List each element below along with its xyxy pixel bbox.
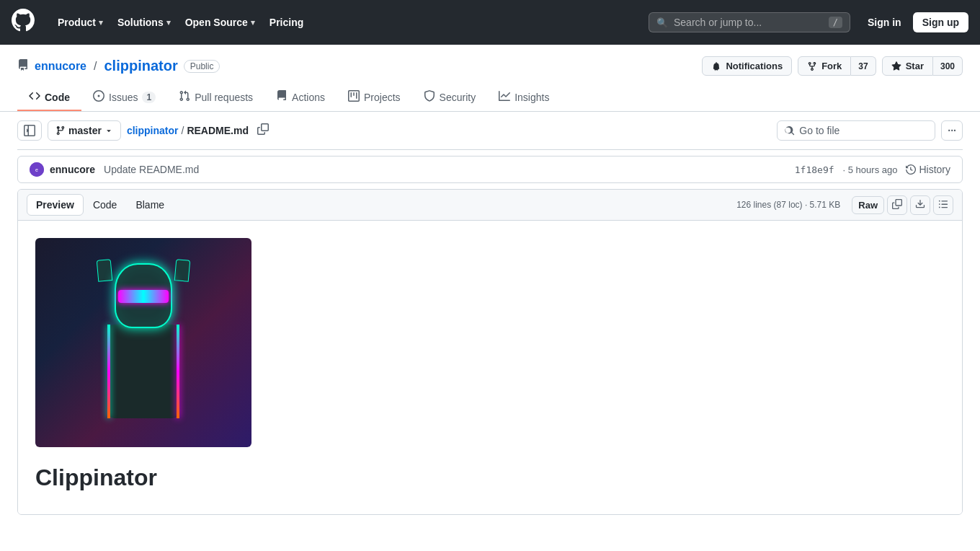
figure-ear-right: [174, 259, 191, 282]
breadcrumb-repo-link[interactable]: clippinator: [127, 125, 179, 136]
sign-up-button[interactable]: Sign up: [913, 12, 968, 32]
commit-message: Update README.md: [104, 164, 199, 175]
commit-hash[interactable]: 1f18e9f: [795, 164, 834, 175]
star-icon: [891, 61, 901, 71]
file-action-buttons: Raw: [852, 195, 953, 215]
fork-group: Fork 37: [798, 56, 876, 76]
commit-time: · 5 hours ago: [843, 164, 898, 175]
commit-row: e ennucore Update README.md 1f18e9f · 5 …: [17, 156, 963, 183]
github-logo[interactable]: [12, 9, 35, 36]
file-meta: 126 lines (87 loc) · 5.71 KB: [736, 200, 840, 210]
file-viewer-header: Preview Code Blame 126 lines (87 loc) · …: [18, 190, 962, 221]
download-button[interactable]: [910, 195, 930, 215]
tab-security[interactable]: Security: [412, 84, 488, 111]
figure-ear-left: [97, 259, 113, 282]
tab-projects[interactable]: Projects: [337, 84, 412, 111]
actions-icon: [276, 90, 288, 104]
star-label: Star: [906, 61, 924, 71]
repo-name-link[interactable]: clippinator: [104, 58, 177, 74]
breadcrumb: clippinator / README.md: [127, 125, 249, 136]
viewer-tab-code[interactable]: Code: [84, 194, 126, 216]
security-icon: [424, 90, 435, 104]
sidebar-toggle-button[interactable]: [17, 120, 42, 141]
tab-code[interactable]: Code: [17, 84, 81, 111]
tab-issues[interactable]: Issues 1: [81, 84, 167, 111]
star-count-button[interactable]: 300: [933, 56, 963, 76]
file-viewer: Preview Code Blame 126 lines (87 loc) · …: [17, 189, 963, 515]
raw-button[interactable]: Raw: [852, 196, 884, 214]
fork-icon: [807, 61, 817, 71]
search-icon: 🔍: [656, 17, 668, 28]
history-label: History: [919, 164, 950, 175]
star-group: Star 300: [882, 56, 963, 76]
chevron-down-icon: ▾: [251, 18, 255, 27]
glow-right: [177, 325, 179, 418]
branch-icon: [55, 125, 66, 136]
viewer-tab-preview[interactable]: Preview: [27, 194, 84, 216]
nav-solutions[interactable]: Solutions ▾: [112, 12, 177, 32]
breadcrumb-file: README.md: [187, 125, 249, 136]
repo-icon: [17, 59, 29, 74]
repo-visibility-badge: Public: [184, 60, 220, 73]
chevron-down-icon: [104, 126, 113, 135]
goto-file-placeholder: Go to file: [799, 125, 839, 136]
goto-file-input[interactable]: Go to file: [777, 120, 935, 141]
fork-count-button[interactable]: 37: [851, 56, 876, 76]
repo-sep: /: [94, 60, 97, 73]
repo-owner-link[interactable]: ennucore: [35, 60, 86, 73]
figure-body: [107, 325, 179, 418]
projects-icon: [348, 90, 360, 104]
readme-title: Clippinator: [35, 464, 945, 491]
nav-open-source[interactable]: Open Source ▾: [179, 12, 261, 32]
breadcrumb-separator: /: [181, 125, 184, 136]
top-navigation: Product ▾ Solutions ▾ Open Source ▾ Pric…: [0, 0, 980, 45]
toc-button[interactable]: [933, 195, 953, 215]
fork-label: Fork: [821, 61, 842, 71]
nav-pricing[interactable]: Pricing: [264, 12, 309, 32]
figure: [86, 256, 201, 429]
branch-name: master: [68, 125, 102, 136]
figure-visor: [118, 290, 169, 303]
avatar: e: [30, 162, 44, 177]
fork-button[interactable]: Fork: [798, 56, 851, 76]
code-icon: [29, 90, 40, 104]
repo-tabs: Code Issues 1 Pull requests Actions Pr: [17, 84, 963, 111]
nav-items: Product ▾ Solutions ▾ Open Source ▾ Pric…: [52, 12, 637, 32]
more-options-button[interactable]: ···: [941, 120, 963, 141]
commit-meta: 1f18e9f · 5 hours ago History: [795, 164, 950, 175]
notifications-button[interactable]: Notifications: [702, 56, 792, 76]
file-meta-text: 126 lines (87 loc) · 5.71 KB: [736, 200, 840, 210]
repo-header: ennucore / clippinator Public Notificati…: [0, 45, 980, 112]
history-icon: [906, 164, 916, 175]
sign-in-button[interactable]: Sign in: [862, 13, 907, 32]
readme-hero-image: [35, 238, 251, 447]
bell-icon: [711, 61, 721, 71]
commit-author[interactable]: ennucore: [50, 164, 95, 175]
chevron-down-icon: ▾: [166, 18, 171, 27]
notifications-label: Notifications: [726, 61, 783, 71]
file-browser-toolbar: master clippinator / README.md Go to fil…: [17, 112, 963, 150]
branch-selector[interactable]: master: [48, 120, 121, 141]
pr-icon: [179, 90, 190, 104]
issues-badge: 1: [142, 92, 156, 103]
tab-insights[interactable]: Insights: [487, 84, 561, 111]
tab-pull-requests[interactable]: Pull requests: [167, 84, 264, 111]
glow-left: [107, 325, 110, 418]
viewer-tab-blame[interactable]: Blame: [126, 194, 174, 216]
copy-path-button[interactable]: [254, 122, 272, 139]
main-content: master clippinator / README.md Go to fil…: [0, 112, 980, 532]
auth-buttons: Sign in Sign up: [862, 12, 968, 32]
repo-action-buttons: Notifications Fork 37 Star: [702, 56, 963, 76]
star-button[interactable]: Star: [882, 56, 933, 76]
chevron-down-icon: ▾: [99, 18, 103, 27]
tab-actions[interactable]: Actions: [264, 84, 337, 111]
insights-icon: [499, 90, 510, 104]
figure-head: [115, 263, 172, 328]
search-box[interactable]: 🔍 Search or jump to... /: [649, 12, 850, 32]
nav-product[interactable]: Product ▾: [52, 12, 109, 32]
svg-text:e: e: [35, 167, 38, 172]
repo-title-row: ennucore / clippinator Public Notificati…: [17, 56, 963, 76]
history-button[interactable]: History: [906, 164, 950, 175]
copy-raw-button[interactable]: [887, 195, 907, 215]
file-content: Clippinator: [18, 221, 962, 514]
